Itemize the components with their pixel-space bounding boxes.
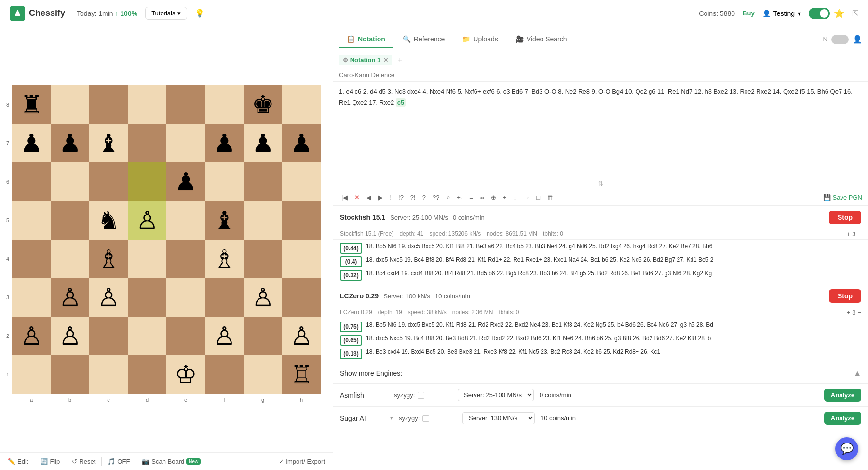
lczero-stop-button[interactable]: Stop [829,289,861,303]
square-h2[interactable]: ♙ [282,317,321,355]
square-e7[interactable] [166,124,205,162]
square-f4[interactable]: ♗ [205,240,244,278]
square-c4[interactable]: ♗ [89,240,128,278]
square-a5[interactable] [12,201,51,240]
show-more-engines[interactable]: Show more Engines: ▲ [333,363,868,384]
square-e1[interactable]: ♔ [166,355,205,394]
flip-button[interactable]: 🔄 Flip [40,458,60,465]
square-d2[interactable] [128,317,166,355]
asmfish-syzygy-checkbox[interactable] [418,392,424,399]
ntool-qq2[interactable]: ?? [430,192,442,202]
tutorials-button[interactable]: Tutorials ▾ [145,7,187,20]
square-e6[interactable]: ♟ [166,162,205,201]
square-e4[interactable] [166,240,205,278]
square-d7[interactable] [128,124,166,162]
buy-button[interactable]: Buy [743,10,755,17]
stockfish-stop-button[interactable]: Stop [829,211,861,224]
square-e3[interactable] [166,278,205,317]
square-g3[interactable]: ♙ [244,278,282,317]
tab-video-search[interactable]: 🎥 Video Search [508,31,575,48]
square-h4[interactable] [282,240,321,278]
square-h8[interactable] [282,85,321,124]
theme-toggle[interactable] [809,8,830,19]
square-a8[interactable]: ♜ [12,85,51,124]
square-h6[interactable] [282,162,321,201]
square-b4[interactable] [51,240,89,278]
square-c3[interactable]: ♙ [89,278,128,317]
edit-button[interactable]: ✏️ Edit [8,458,28,465]
chat-bubble[interactable]: 💬 [835,437,858,460]
tab-uploads[interactable]: 📁 Uploads [454,31,505,48]
square-e2[interactable] [166,317,205,355]
square-a2[interactable]: ♙ [12,317,51,355]
square-g7[interactable]: ♟ [244,124,282,162]
ntool-trash[interactable]: 🗑 [544,192,556,202]
collapse-button[interactable]: ⇱ [852,9,858,18]
square-b6[interactable] [51,162,89,201]
ntool-updown[interactable]: ↕ [511,192,519,202]
sugarai-syzygy-checkbox[interactable] [422,415,429,422]
chess-board[interactable]: ♜ ♚ ♟ ♟ ♝ ♟ ♟ ♟ [12,85,321,394]
square-f2[interactable]: ♙ [205,317,244,355]
ntool-box[interactable]: □ [534,192,542,202]
square-h7[interactable]: ♟ [282,124,321,162]
square-c2[interactable] [89,317,128,355]
save-pgn-button[interactable]: 💾 Save PGN [823,194,862,201]
tab-notation[interactable]: 📋 Notation [339,31,393,48]
ntool-next[interactable]: ▶ [376,192,385,202]
ntool-qexcl[interactable]: ?! [408,192,418,202]
notation-tab-close[interactable]: ✕ [383,57,388,64]
square-c5[interactable]: ♞ [89,201,128,240]
square-h1[interactable]: ♖ [282,355,321,394]
square-h3[interactable] [282,278,321,317]
active-move[interactable]: c5 [396,98,406,107]
square-g4[interactable] [244,240,282,278]
square-d6[interactable] [128,162,166,201]
square-b3[interactable]: ♙ [51,278,89,317]
square-b7[interactable]: ♟ [51,124,89,162]
user-area[interactable]: 👤 Testing ▾ [762,10,801,17]
ntool-start[interactable]: |◀ [339,192,350,202]
mode-toggle[interactable] [831,35,849,44]
square-d4[interactable] [128,240,166,278]
square-d8[interactable] [128,85,166,124]
ntool-inf[interactable]: ∞ [477,192,487,202]
square-g5[interactable] [244,201,282,240]
square-g8[interactable]: ♚ [244,85,282,124]
square-c1[interactable] [89,355,128,394]
square-c8[interactable] [89,85,128,124]
sugarai-dropdown-icon[interactable]: ▾ [390,415,393,421]
sugarai-analyze-button[interactable]: Analyze [824,412,861,425]
square-f5[interactable]: ♝ [205,201,244,240]
square-a6[interactable] [12,162,51,201]
asmfish-server-select[interactable]: Server: 25-100 MN/s [458,389,534,401]
square-b8[interactable] [51,85,89,124]
square-g1[interactable] [244,355,282,394]
ntool-excl[interactable]: ! [387,192,394,202]
square-d5[interactable]: ♙ [128,201,166,240]
add-notation-tab-button[interactable]: + [398,56,402,65]
ntool-up[interactable]: ⊕ [488,192,499,202]
scan-button[interactable]: 📷 Scan Board New [142,458,201,465]
square-e5[interactable] [166,201,205,240]
reset-button[interactable]: ↺ Reset [72,458,95,465]
square-f3[interactable] [205,278,244,317]
square-b2[interactable]: ♙ [51,317,89,355]
ntool-delete[interactable]: ✕ [352,192,362,202]
ntool-q[interactable]: ? [420,192,428,202]
square-a1[interactable] [12,355,51,394]
notation-tab-1[interactable]: ⚙ Notation 1 ✕ [339,55,392,65]
square-c6[interactable] [89,162,128,201]
square-d1[interactable] [128,355,166,394]
square-f6[interactable] [205,162,244,201]
square-d3[interactable] [128,278,166,317]
square-a3[interactable] [12,278,51,317]
ntool-circle[interactable]: ○ [444,192,452,202]
ntool-arrow[interactable]: → [521,192,532,202]
ntool-prev[interactable]: ◀ [364,192,374,202]
square-a7[interactable]: ♟ [12,124,51,162]
square-c7[interactable]: ♝ [89,124,128,162]
off-button[interactable]: 🎵 OFF [108,458,130,465]
asmfish-analyze-button[interactable]: Analyze [824,389,861,402]
square-b5[interactable] [51,201,89,240]
